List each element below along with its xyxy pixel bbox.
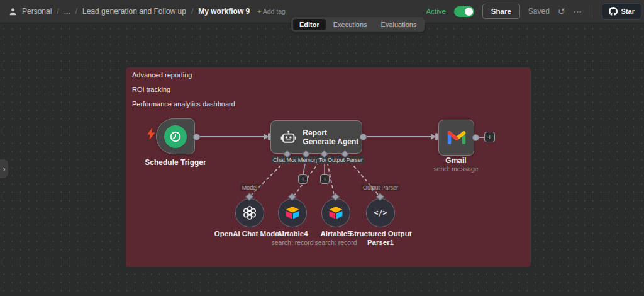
sidebar-expand-handle[interactable]: ›: [0, 159, 8, 178]
star-label: Star: [621, 8, 635, 15]
code-icon: </>: [374, 208, 387, 217]
plus-icon: +: [487, 134, 492, 141]
port-label-output-parser-top: Output Parser: [361, 184, 400, 191]
node-subtitle-gmail: send: message: [418, 165, 494, 173]
node-openai-chat-model[interactable]: [235, 198, 264, 227]
workflow-canvas[interactable]: Advanced reporting ROI tracking Performa…: [0, 0, 644, 296]
gmail-input-port[interactable]: [435, 133, 438, 140]
active-label: Active: [426, 8, 446, 15]
sticky-note-content: Advanced reporting ROI tracking Performa…: [132, 72, 235, 108]
header-divider: [592, 5, 592, 18]
more-options-button[interactable]: ⋯: [574, 6, 582, 16]
node-gmail[interactable]: [438, 120, 474, 156]
tab-evaluations[interactable]: Evaluations: [375, 19, 423, 30]
chevron-right-icon: ›: [3, 164, 6, 174]
node-report-generate-agent[interactable]: Report Generate Agent: [270, 120, 362, 154]
node-structured-output-parser[interactable]: </>: [366, 198, 395, 227]
breadcrumb-ellipsis[interactable]: ...: [64, 7, 70, 16]
sticky-line-2: ROI tracking: [132, 86, 170, 93]
header-tools: Active Share Saved ↺ ⋯ Star: [426, 3, 641, 20]
node-label-gmail: Gmail: [418, 156, 494, 165]
gmail-output-port[interactable]: [472, 134, 479, 141]
node-label-parser: Structured Output Parser1: [344, 230, 417, 247]
clock-icon: [169, 130, 182, 143]
add-memory-button[interactable]: +: [298, 174, 308, 184]
airtable-icon: [328, 207, 343, 219]
history-icon: ↺: [558, 6, 565, 16]
active-toggle[interactable]: [454, 6, 474, 17]
more-icon: ⋯: [574, 6, 582, 16]
toggle-knob: [465, 8, 473, 16]
plus-icon: +: [301, 176, 304, 183]
add-tool-button[interactable]: +: [320, 174, 330, 184]
view-tabs: Editor Executions Evaluations: [291, 17, 425, 32]
airtable-icon: [285, 207, 300, 219]
sticky-line-1: Advanced reporting: [132, 71, 192, 79]
breadcrumb-separator: /: [191, 7, 193, 16]
agent-output-port[interactable]: [360, 134, 367, 140]
node-schedule-trigger[interactable]: [156, 118, 195, 154]
github-star-button[interactable]: Star: [602, 3, 641, 20]
openai-icon: [242, 205, 257, 220]
agent-input-port[interactable]: [268, 133, 270, 140]
tab-executions[interactable]: Executions: [327, 19, 374, 30]
node-label-schedule-trigger: Schedule Trigger: [125, 158, 226, 167]
workflow-title[interactable]: My workflow 9: [198, 7, 250, 16]
tab-editor[interactable]: Editor: [293, 19, 326, 30]
breadcrumb-separator: /: [75, 7, 77, 16]
github-icon: [609, 7, 618, 16]
add-tag-button[interactable]: + Add tag: [257, 8, 286, 15]
schedule-trigger-badge: [164, 125, 187, 148]
history-button[interactable]: ↺: [558, 6, 565, 16]
user-icon: [9, 8, 17, 16]
robot-icon: [280, 130, 296, 144]
breadcrumb-project[interactable]: Personal: [22, 7, 52, 16]
trigger-output-port[interactable]: [193, 134, 200, 140]
breadcrumb-separator: /: [57, 7, 58, 16]
saved-status: Saved: [528, 7, 550, 16]
share-button[interactable]: Share: [482, 4, 520, 19]
node-label-agent: Report Generate Agent: [303, 128, 362, 146]
plus-icon: +: [323, 176, 326, 183]
breadcrumb-folder[interactable]: Lead generation and Follow up: [82, 7, 186, 16]
add-next-node-button[interactable]: +: [484, 132, 495, 142]
sticky-line-3: Performance analytics dashboard: [132, 100, 235, 108]
node-airtable4[interactable]: [278, 198, 307, 227]
gmail-icon: [447, 130, 466, 145]
trigger-lightning-icon: [147, 128, 155, 140]
breadcrumb: Personal / ... / Lead generation and Fol…: [9, 7, 286, 16]
node-airtable5[interactable]: [321, 198, 350, 227]
port-label-model: Model: [240, 184, 260, 191]
